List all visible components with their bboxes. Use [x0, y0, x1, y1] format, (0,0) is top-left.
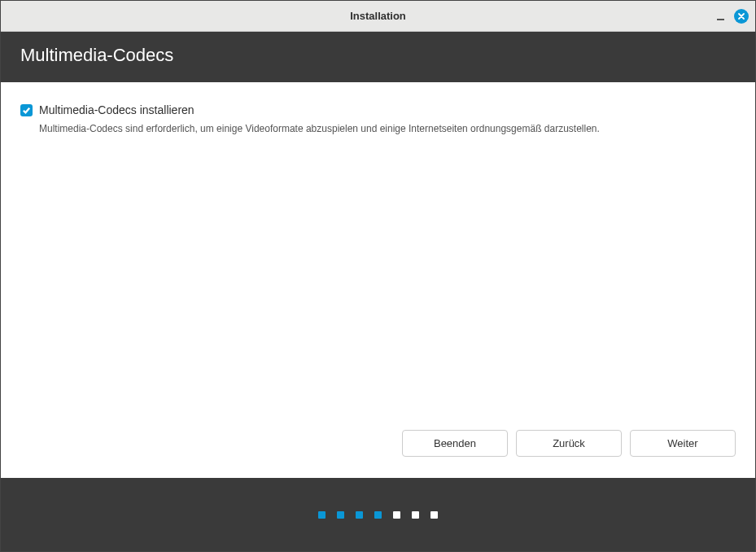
progress-dot-2 [337, 511, 344, 519]
progress-dot-3 [356, 511, 363, 519]
button-row: Beenden Zurück Weiter [20, 430, 736, 457]
progress-dot-7 [430, 511, 438, 519]
codec-option-description: Multimedia-Codecs sind erforderlich, um … [39, 123, 736, 134]
minimize-icon[interactable] [714, 11, 726, 22]
page-header: Multimedia-Codecs [1, 32, 755, 82]
footer [1, 478, 755, 551]
progress-dot-6 [412, 511, 419, 519]
codec-checkbox[interactable] [20, 104, 33, 116]
back-button[interactable]: Zurück [516, 430, 622, 457]
progress-indicator [318, 511, 438, 519]
codec-option-row: Multimedia-Codecs installieren [20, 103, 736, 116]
progress-dot-4 [374, 511, 382, 519]
progress-dot-1 [318, 511, 326, 519]
progress-dot-5 [393, 511, 400, 519]
titlebar: Installation [1, 1, 755, 32]
page-title: Multimedia-Codecs [20, 45, 736, 66]
close-icon[interactable] [734, 9, 749, 24]
spacer [20, 134, 736, 417]
codec-option-label[interactable]: Multimedia-Codecs installieren [39, 103, 194, 116]
checkmark-icon [22, 106, 31, 115]
titlebar-controls [714, 9, 749, 24]
window-title: Installation [350, 10, 406, 22]
next-button[interactable]: Weiter [630, 430, 736, 457]
installer-window: Installation Multimedia-Codecs Multimedi… [0, 0, 756, 552]
quit-button[interactable]: Beenden [402, 430, 508, 457]
main-content: Multimedia-Codecs installieren Multimedi… [1, 82, 755, 478]
